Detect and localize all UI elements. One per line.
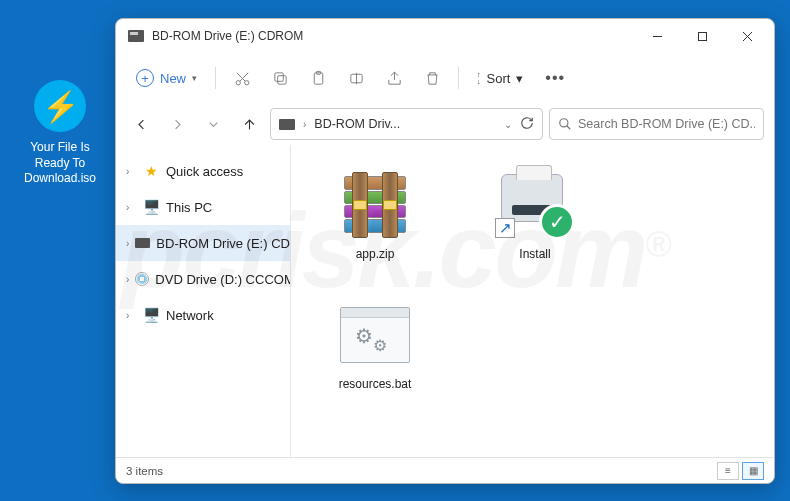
up-button[interactable] (234, 109, 264, 139)
plus-icon: + (136, 69, 154, 87)
svg-rect-1 (699, 32, 707, 40)
recent-dropdown[interactable] (198, 109, 228, 139)
network-icon: 🖥️ (142, 307, 160, 323)
star-icon: ★ (142, 163, 160, 179)
new-button[interactable]: + New ▾ (126, 60, 207, 96)
install-icon: ✓ ↗ (495, 169, 575, 241)
sidebar-item-label: BD-ROM Drive (E:) CDROM (156, 236, 291, 251)
desktop-iso-file[interactable]: ⚡ Your File Is Ready To Download.iso (15, 80, 105, 187)
titlebar: BD-ROM Drive (E:) CDROM (116, 19, 774, 53)
batch-file-icon: ⚙⚙ (335, 299, 415, 371)
file-explorer-window: BD-ROM Drive (E:) CDROM + New ▾ ↑↓ Sort … (115, 18, 775, 484)
chevron-right-icon: › (126, 274, 129, 285)
close-button[interactable] (725, 21, 770, 51)
share-button[interactable] (376, 70, 412, 87)
sidebar-item-label: Network (166, 308, 214, 323)
back-button[interactable] (126, 109, 156, 139)
delete-button[interactable] (414, 70, 450, 87)
chevron-down-icon[interactable]: ⌄ (504, 119, 512, 130)
svg-rect-8 (277, 75, 286, 84)
search-icon (558, 117, 572, 131)
rename-button[interactable] (338, 70, 374, 87)
divider (458, 67, 459, 89)
navigation-row: › BD-ROM Driv... ⌄ (116, 103, 774, 145)
pc-icon: 🖥️ (142, 199, 160, 215)
drive-icon (128, 30, 144, 42)
maximize-button[interactable] (680, 21, 725, 51)
chevron-right-icon: › (303, 119, 306, 130)
chevron-right-icon: › (126, 166, 136, 177)
sidebar-item-bdrom-drive[interactable]: › BD-ROM Drive (E:) CDROM (116, 225, 290, 261)
shortcut-overlay-icon: ↗ (495, 218, 515, 238)
more-button[interactable]: ••• (535, 69, 575, 87)
file-name: app.zip (356, 247, 395, 261)
chevron-down-icon: ▾ (516, 71, 523, 86)
file-name: Install (519, 247, 550, 261)
copy-button[interactable] (262, 70, 298, 87)
cut-button[interactable] (224, 70, 260, 87)
details-view-button[interactable]: ≡ (717, 462, 739, 480)
sidebar-item-label: Quick access (166, 164, 243, 179)
toolbar: + New ▾ ↑↓ Sort ▾ ••• (116, 53, 774, 103)
sidebar-item-label: This PC (166, 200, 212, 215)
breadcrumb[interactable]: › BD-ROM Driv... ⌄ (270, 108, 543, 140)
breadcrumb-text: BD-ROM Driv... (314, 117, 496, 131)
svg-line-16 (567, 126, 571, 130)
window-title: BD-ROM Drive (E:) CDROM (152, 29, 635, 43)
file-item-bat[interactable]: ⚙⚙ resources.bat (301, 289, 449, 419)
zip-icon (335, 169, 415, 241)
chevron-right-icon: › (126, 238, 129, 249)
file-list: app.zip ✓ ↗ Install ⚙⚙ reso (291, 145, 774, 457)
item-count: 3 items (126, 465, 163, 477)
file-item-install[interactable]: ✓ ↗ Install (461, 159, 609, 289)
paste-button[interactable] (300, 70, 336, 87)
chevron-right-icon: › (126, 202, 136, 213)
refresh-button[interactable] (520, 116, 534, 133)
search-input[interactable] (578, 117, 755, 131)
sort-label: Sort (487, 71, 511, 86)
minimize-button[interactable] (635, 21, 680, 51)
chevron-down-icon: ▾ (192, 73, 197, 83)
search-box[interactable] (549, 108, 764, 140)
navigation-pane: › ★ Quick access › 🖥️ This PC › BD-ROM D… (116, 145, 291, 457)
lightning-icon: ⚡ (34, 80, 86, 132)
icons-view-button[interactable]: ▦ (742, 462, 764, 480)
sort-button[interactable]: ↑↓ Sort ▾ (467, 71, 533, 86)
desktop-icon-label: Your File Is Ready To Download.iso (15, 140, 105, 187)
file-name: resources.bat (339, 377, 412, 391)
sidebar-item-quick-access[interactable]: › ★ Quick access (116, 153, 290, 189)
new-label: New (160, 71, 186, 86)
svg-point-15 (560, 119, 568, 127)
forward-button[interactable] (162, 109, 192, 139)
drive-icon (279, 119, 295, 130)
file-item-zip[interactable]: app.zip (301, 159, 449, 289)
dvd-icon (135, 272, 149, 286)
sidebar-item-label: DVD Drive (D:) CCCOMA_X64FRE (155, 272, 291, 287)
svg-rect-9 (274, 72, 283, 81)
sidebar-item-network[interactable]: › 🖥️ Network (116, 297, 290, 333)
sidebar-item-dvd-drive[interactable]: › DVD Drive (D:) CCCOMA_X64FRE (116, 261, 290, 297)
chevron-right-icon: › (126, 310, 136, 321)
divider (215, 67, 216, 89)
status-bar: 3 items ≡ ▦ (116, 457, 774, 483)
drive-icon (135, 238, 150, 248)
sidebar-item-this-pc[interactable]: › 🖥️ This PC (116, 189, 290, 225)
sort-icon: ↑↓ (477, 71, 481, 85)
